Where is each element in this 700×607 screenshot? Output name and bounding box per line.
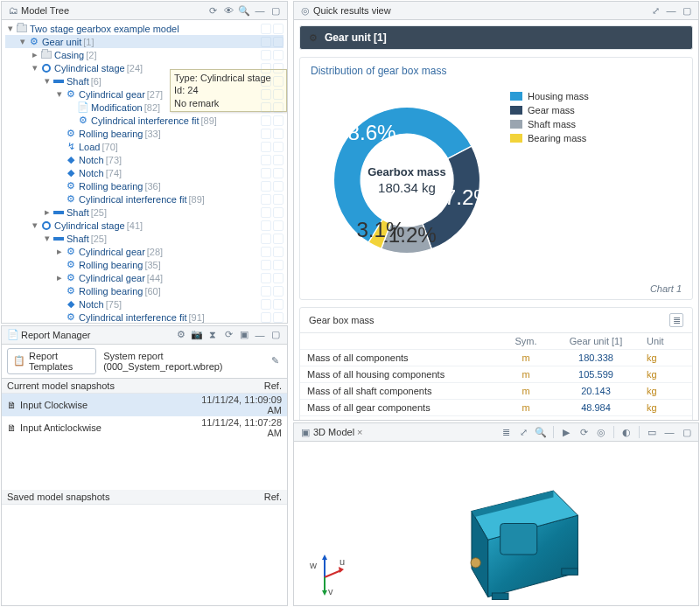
history-icon[interactable]: ⧗	[206, 328, 220, 342]
legend-item: Bearing mass	[510, 133, 589, 143]
target-icon[interactable]: ◎	[594, 425, 608, 439]
fit-icon[interactable]: ⤢	[516, 425, 530, 439]
tree-item[interactable]: 📄Modification [82]	[5, 101, 284, 114]
tree-item[interactable]: ◆Notch [75]	[5, 297, 284, 310]
tree-twisty-icon[interactable]: ▾	[18, 36, 28, 47]
tree-twisty-icon[interactable]: ▸	[54, 246, 65, 257]
tree-node-icon: ⚙	[65, 259, 77, 271]
tree-node-icon	[40, 220, 52, 232]
tree-twisty-icon[interactable]: ▸	[54, 272, 65, 283]
model3d-toolbar: ≣ ⤢ 🔍 ▶ ⟳ ◎ ◐ ▭ — ▢	[498, 425, 695, 439]
results-header-card: ⚙ Gear unit [1]	[299, 25, 693, 50]
rotate-icon[interactable]: ⟳	[577, 425, 591, 439]
shading-icon[interactable]: ◐	[620, 425, 634, 439]
tree-item[interactable]: ▾⚙Cylindrical gear [27]	[5, 87, 284, 101]
camera-icon[interactable]: ▭	[645, 425, 659, 439]
tree-item[interactable]: ▸⚙Cylindrical gear [44]	[5, 271, 284, 284]
close-icon[interactable]: ▢	[269, 3, 283, 17]
tree-node-icon	[16, 23, 28, 35]
tree-node-icon: ⚙	[65, 246, 77, 258]
svg-point-9	[471, 558, 480, 568]
snapshot-row[interactable]: 🗎Input Clockwise11/11/24, 11:09:09 AM	[2, 394, 287, 416]
eye-icon[interactable]: 👁	[221, 3, 235, 17]
tree-twisty-icon[interactable]: ▾	[42, 75, 52, 87]
expand-icon[interactable]: ⤢	[648, 3, 662, 17]
zoom-icon[interactable]: 🔍	[534, 425, 548, 439]
model3d-minimize-icon[interactable]: —	[662, 425, 676, 439]
snapshot-row[interactable]: 🗎Input Anticlockwise11/11/24, 11:07:28 A…	[2, 416, 287, 439]
header-gear-icon: ⚙	[309, 32, 318, 44]
tree-item[interactable]: ⚙Cylindrical interference fit [91]	[5, 310, 284, 323]
tree-node-label: Cylindrical gear	[79, 273, 145, 283]
results-close-icon[interactable]: ▢	[680, 3, 694, 17]
report-minimize-icon[interactable]: —	[253, 328, 267, 342]
tree-node-label: Rolling bearing	[79, 129, 143, 139]
tree-item[interactable]: ▾Cylindrical stage [24]	[5, 61, 284, 74]
edit-template-icon[interactable]: ✎	[269, 354, 281, 368]
snapshot-icon[interactable]: 📷	[190, 328, 204, 342]
tree-item[interactable]: ⚙Rolling bearing [33]	[5, 127, 284, 140]
legend-item: Shaft mass	[510, 119, 589, 129]
tree-node-label: Notch	[79, 299, 104, 310]
results-minimize-icon[interactable]: —	[664, 3, 678, 17]
play-icon[interactable]: ▶	[559, 425, 573, 439]
tree-item[interactable]: ▾Shaft [25]	[5, 232, 284, 245]
tab-close-icon[interactable]: ×	[357, 427, 362, 437]
tree-twisty-icon[interactable]: ▾	[5, 23, 16, 34]
tree-node-icon: ⚙	[65, 272, 77, 284]
tree-twisty-icon[interactable]: ▾	[42, 233, 52, 244]
report-close-icon[interactable]: ▢	[269, 328, 283, 342]
tree-item[interactable]: ▾Two stage gearbox example model	[5, 22, 284, 35]
model3d-viewport[interactable]: w u v	[294, 442, 698, 605]
tree-twisty-icon[interactable]: ▸	[42, 206, 52, 218]
chart-legend: Housing massGear massShaft massBearing m…	[510, 91, 589, 276]
tree-twisty-icon[interactable]: ▾	[30, 220, 40, 231]
report-refresh-icon[interactable]: ⟳	[221, 328, 235, 342]
tree-twisty-icon[interactable]: ▸	[30, 49, 40, 60]
minimize-icon[interactable]: —	[253, 3, 267, 17]
tree-item[interactable]: ▾Shaft [6]	[5, 74, 284, 87]
results-icon: ◎	[298, 3, 312, 17]
report-run-icon[interactable]: ▣	[237, 328, 251, 342]
list-icon[interactable]: ≣	[499, 425, 513, 439]
tree-item[interactable]: ⚙Cylindrical interference fit [89]	[5, 192, 284, 206]
tree-item[interactable]: ⚙Rolling bearing [60]	[5, 284, 284, 297]
tree-node-icon: ◆	[65, 154, 77, 166]
snapshot-date: 11/11/24, 11:09:09 AM	[186, 394, 282, 415]
table-row: Mass of all gear componentsm48.984kg	[300, 400, 692, 416]
tree-node-icon: 📄	[77, 101, 89, 114]
report-icon: 📄	[6, 328, 20, 342]
tree-node-icon	[40, 49, 52, 61]
svg-line-14	[325, 570, 341, 577]
tree-node-label: Casing	[54, 50, 84, 60]
tree-item[interactable]: ◆Notch [74]	[5, 166, 284, 179]
model-tree[interactable]: Type: Cylindrical stage Id: 24 No remark…	[2, 20, 287, 323]
sync-icon[interactable]: ⟳	[206, 3, 220, 17]
tree-node-label: Load	[79, 142, 100, 152]
table-menu-icon[interactable]: ≣	[669, 313, 683, 327]
tree-item[interactable]: ▾⚙Gear unit [1]	[5, 35, 284, 48]
tree-item[interactable]: ▸⚙Cylindrical gear [28]	[5, 245, 284, 258]
report-templates-button[interactable]: 📋 Report Templates	[7, 348, 96, 374]
search-icon[interactable]: 🔍	[237, 3, 251, 17]
snapshot-icon: 🗎	[7, 422, 17, 433]
tree-item[interactable]: ▾Cylindrical stage [41]	[5, 219, 284, 232]
tree-twisty-icon[interactable]: ▾	[54, 88, 65, 100]
tree-item[interactable]: ⚙Rolling bearing [36]	[5, 179, 284, 192]
tree-item[interactable]: ↯Load [70]	[5, 140, 284, 153]
tree-item[interactable]: ⚙Cylindrical interference fit [89]	[5, 114, 284, 127]
tree-node-icon: ⚙	[28, 36, 40, 48]
tree-node-label: Cylindrical gear	[79, 247, 145, 257]
donut-chart: 58.6%27.2%11.2%3.1% Gearbox mass 180.34 …	[311, 84, 503, 276]
tree-node-label: Gear unit	[42, 37, 81, 47]
tree-item[interactable]: ▸Casing [2]	[5, 48, 284, 61]
tab-3d-model[interactable]: 3D Model×	[313, 427, 363, 437]
tree-twisty-icon[interactable]: ▾	[30, 62, 40, 73]
model3d-close-icon[interactable]: ▢	[680, 425, 694, 439]
snapshot-date: 11/11/24, 11:07:28 AM	[186, 417, 282, 438]
tree-item[interactable]: ▸Shaft [25]	[5, 206, 284, 219]
tree-item[interactable]: ⚙Rolling bearing [35]	[5, 258, 284, 271]
gear-icon[interactable]: ⚙	[174, 328, 188, 342]
tree-node-label: Cylindrical gear	[79, 89, 145, 100]
tree-item[interactable]: ◆Notch [73]	[5, 153, 284, 166]
